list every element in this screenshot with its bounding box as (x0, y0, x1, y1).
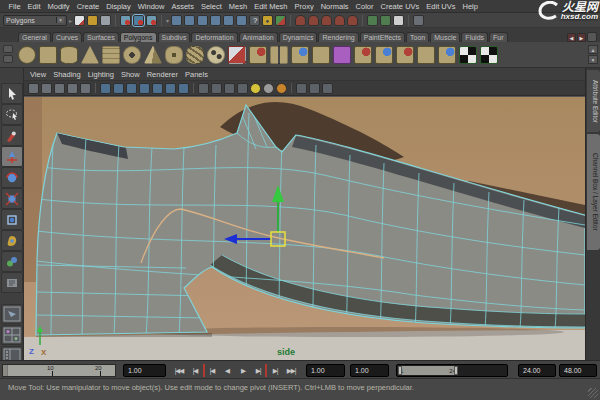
resize-grip[interactable] (588, 388, 598, 398)
current-time-field[interactable]: 1.00 (123, 364, 166, 377)
uv-snapshot-icon[interactable] (459, 46, 477, 64)
safe-title-icon[interactable] (237, 83, 248, 94)
camera-attributes-icon[interactable] (41, 83, 52, 94)
2d-pan-zoom-icon[interactable] (80, 83, 91, 94)
shelf-tab-subdivs[interactable]: Subdivs (158, 32, 191, 42)
poly-cone-icon[interactable] (81, 46, 99, 64)
shelf-tab-general[interactable]: General (18, 32, 51, 42)
paint-select-tool-button[interactable] (1, 125, 23, 146)
render-view-icon[interactable] (413, 15, 424, 26)
wedge-face-icon[interactable] (438, 46, 456, 64)
shelf-spin-up-icon[interactable]: ▲ (588, 45, 598, 54)
use-default-material-icon[interactable] (139, 83, 150, 94)
snap-to-projected-center-icon[interactable] (210, 15, 221, 26)
smooth-icon[interactable] (333, 46, 351, 64)
menu-edit-mesh[interactable]: Edit Mesh (251, 1, 291, 12)
poly-pyramid-icon[interactable] (144, 46, 162, 64)
menu-color[interactable]: Color (352, 1, 377, 12)
poly-plane-icon[interactable] (102, 46, 120, 64)
extract-icon[interactable] (291, 46, 309, 64)
viewport-canvas[interactable]: Z X side (24, 96, 585, 360)
save-scene-icon[interactable] (100, 15, 111, 26)
snap-magnet-icon[interactable] (321, 15, 332, 26)
xray-mode-icon[interactable] (152, 83, 163, 94)
menu-assets[interactable]: Assets (168, 1, 198, 12)
select-by-component-type-icon[interactable] (146, 15, 157, 26)
menu-mesh[interactable]: Mesh (225, 1, 250, 12)
flat-lighting-icon[interactable] (263, 83, 274, 94)
shelf-scroll-right-icon[interactable]: ▶ (577, 33, 586, 42)
combine-icon[interactable] (249, 46, 267, 64)
shelf-tab-curves[interactable]: Curves (52, 32, 82, 42)
menu-help[interactable]: Help (459, 1, 481, 12)
range-slider-track[interactable]: 1 24 (396, 364, 508, 377)
animation-end-field[interactable]: 48.00 (559, 364, 597, 377)
new-scene-icon[interactable] (74, 15, 85, 26)
plugin-shapes-icon[interactable] (296, 83, 307, 94)
shelf-tab-polygons[interactable]: Polygons (120, 32, 157, 42)
panel-menu-lighting[interactable]: Lighting (88, 70, 121, 79)
menu-edit-uvs[interactable]: Edit UVs (423, 1, 459, 12)
shelf-scroll-left-icon[interactable]: ◀ (567, 33, 576, 42)
shelf-tab-rendering[interactable]: Rendering (318, 32, 358, 42)
select-tool-button[interactable] (1, 83, 23, 104)
shelf-tab-painteffects[interactable]: PaintEffects (360, 32, 405, 42)
snap-to-curves-icon[interactable] (184, 15, 195, 26)
tab-attribute-editor[interactable]: Attribute Editor (587, 70, 600, 132)
transfer-attributes-icon[interactable] (480, 46, 498, 64)
snap-to-points-icon[interactable] (197, 15, 208, 26)
no-lights-icon[interactable] (276, 83, 287, 94)
go-to-playback-start-button[interactable]: |◀◀ (171, 364, 187, 377)
highlight-selection-icon[interactable] (275, 15, 286, 26)
panel-menu-panels[interactable]: Panels (185, 70, 215, 79)
poly-helix-icon[interactable] (186, 46, 204, 64)
menu-normals[interactable]: Normals (317, 1, 352, 12)
menu-window[interactable]: Window (134, 1, 168, 12)
image-plane-icon[interactable] (67, 83, 78, 94)
snap-magnet-icon[interactable] (308, 15, 319, 26)
playback-start-field[interactable]: 1.00 (350, 364, 389, 377)
go-to-playback-end-button[interactable]: ▶▶| (283, 364, 299, 377)
step-forward-one-frame-button[interactable]: ▶| (267, 364, 283, 377)
isolate-select-icon[interactable] (198, 83, 209, 94)
universal-manipulator-button[interactable] (1, 209, 23, 230)
current-frame-marker[interactable] (3, 365, 8, 376)
panel-menu-view[interactable]: View (30, 70, 53, 79)
animation-start-field[interactable]: 1.00 (306, 364, 345, 377)
rotate-tool-button[interactable] (1, 167, 23, 188)
input-connections-icon[interactable] (367, 15, 378, 26)
play-backwards-button[interactable]: ◀ (219, 364, 235, 377)
select-camera-icon[interactable] (28, 83, 39, 94)
separate-icon[interactable] (270, 46, 288, 64)
snap-to-grids-icon[interactable] (171, 15, 182, 26)
snap-magnet-icon[interactable] (334, 15, 345, 26)
single-pane-layout-button[interactable] (1, 304, 23, 324)
menu-modify[interactable]: Modify (44, 1, 73, 12)
menu-select[interactable]: Select (197, 1, 225, 12)
help-line-toggle-icon[interactable] (249, 15, 260, 26)
step-forward-one-key-button[interactable]: ▶| (251, 364, 267, 377)
output-connections-icon[interactable] (380, 15, 391, 26)
range-handle-right[interactable] (454, 366, 458, 375)
crease-tool-icon[interactable] (375, 46, 393, 64)
menu-create[interactable]: Create (73, 1, 103, 12)
shelf-tab-dynamics[interactable]: Dynamics (279, 32, 318, 42)
menu-set-selector[interactable]: Polygons ▼ (3, 15, 67, 26)
last-tool-used-button[interactable] (1, 272, 23, 293)
wireframe-on-shaded-icon[interactable] (309, 83, 320, 94)
bookmark-icon[interactable] (54, 83, 65, 94)
textured-mode-icon[interactable] (126, 83, 137, 94)
smooth-shade-mode-icon[interactable] (113, 83, 124, 94)
range-handle-left[interactable] (398, 366, 402, 375)
panel-menu-renderer[interactable]: Renderer (147, 70, 185, 79)
film-gate-icon[interactable] (178, 83, 189, 94)
shelf-spin-down-icon[interactable]: ▼ (588, 55, 598, 64)
poke-face-icon[interactable] (417, 46, 435, 64)
lasso-tool-button[interactable] (1, 104, 23, 125)
menu-create-uvs[interactable]: Create UVs (377, 1, 423, 12)
mirror-geometry-icon[interactable] (228, 46, 246, 64)
select-by-hierarchy-icon[interactable] (120, 15, 131, 26)
poly-cylinder-icon[interactable] (60, 46, 78, 64)
step-back-one-frame-button[interactable]: |◀ (187, 364, 203, 377)
safe-action-icon[interactable] (224, 83, 235, 94)
